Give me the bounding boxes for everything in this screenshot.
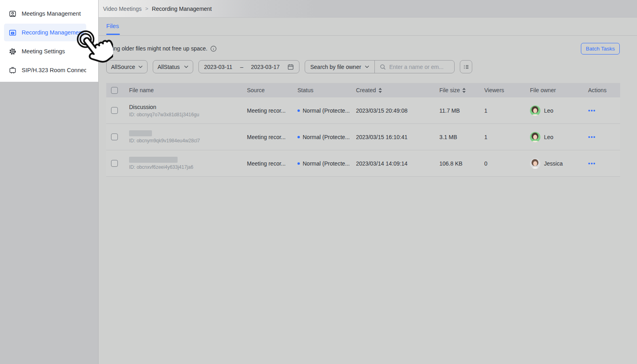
file-name[interactable]: Discussion: [129, 104, 247, 110]
select-all-checkbox[interactable]: [111, 87, 118, 94]
col-file-owner: File owner: [530, 87, 588, 93]
breadcrumb-parent[interactable]: Video Meetings: [103, 6, 142, 12]
calendar-icon: [287, 64, 294, 70]
bullet-list-icon: [463, 64, 469, 70]
status-text: Normal (Protecte...: [303, 134, 350, 140]
col-file-name: File name: [129, 87, 247, 93]
file-size: 106.8 KB: [439, 160, 484, 167]
date-range-start: 2023-03-11: [204, 64, 233, 70]
created-time: 2023/03/15 20:49:08: [356, 107, 439, 114]
sidebar-item-sip-room-connector[interactable]: SIP/H.323 Room Connec...: [4, 61, 86, 79]
chevron-down-icon: [138, 65, 143, 68]
recordings-table: File name Source Status Created File siz…: [106, 83, 620, 177]
status-filter-value: AllStatus: [158, 64, 180, 70]
file-size: 11.7 MB: [439, 107, 484, 114]
file-size: 3.1 MB: [439, 134, 484, 140]
col-created[interactable]: Created: [356, 87, 439, 93]
sidebar-item-label: Meetings Management: [22, 10, 81, 17]
owner-search-control: Search by file owner: [305, 60, 455, 73]
search-by-value: Search by file owner: [310, 64, 361, 70]
row-checkbox[interactable]: [111, 133, 118, 140]
col-viewers: Viewers: [484, 87, 530, 93]
col-actions: Actions: [588, 87, 620, 93]
status-filter-dropdown[interactable]: AllStatus: [153, 60, 193, 73]
retention-notice-text: ting older files might not free up space…: [111, 45, 207, 52]
table-row: Discussion ID: obcnyq7o7w3x81d81j3416gu …: [106, 97, 620, 124]
date-range-picker[interactable]: 2023-03-11 – 2023-03-17: [198, 60, 299, 73]
room-connector-icon: [9, 67, 16, 74]
info-icon[interactable]: [210, 46, 216, 52]
col-status: Status: [297, 87, 356, 93]
file-id: ID: obcnxvf6zeei4y633j417ja6: [129, 164, 247, 170]
search-by-dropdown[interactable]: Search by file owner: [305, 64, 374, 70]
tab-files-underline: [106, 34, 120, 35]
breadcrumb-current: Recording Management: [152, 6, 212, 12]
sidebar-menu-panel: Meetings Management Recording Management: [0, 0, 98, 82]
date-range-end: 2023-03-17: [251, 64, 280, 70]
filter-toolbar: AllSource AllStatus 2023-03-11 – 2023-03…: [106, 60, 472, 73]
retention-notice: ting older files might not free up space…: [111, 45, 216, 52]
redacted-file-name: [129, 157, 178, 163]
sort-icon[interactable]: [378, 88, 382, 93]
row-checkbox[interactable]: [111, 107, 118, 114]
owner-name: Leo: [544, 107, 553, 114]
row-checkbox[interactable]: [111, 160, 118, 167]
table-row: ID: obcnym9qk9v1984eu4w28cl7 Meeting rec…: [106, 124, 620, 150]
chevron-down-icon: [365, 65, 369, 68]
row-actions-button[interactable]: •••: [588, 134, 596, 140]
viewers-count: 0: [484, 160, 530, 167]
sort-icon[interactable]: [462, 88, 466, 93]
file-source: Meeting recor...: [247, 134, 297, 140]
table-header: File name Source Status Created File siz…: [106, 83, 620, 97]
sidebar: Meetings Management Recording Management: [0, 0, 99, 364]
avatar: [530, 105, 540, 116]
tab-files[interactable]: Files: [106, 22, 119, 29]
avatar: [530, 158, 540, 169]
viewers-count: 1: [484, 134, 530, 140]
recording-management-page: Meetings Management Recording Management: [0, 0, 637, 364]
created-time: 2023/03/14 14:09:14: [356, 160, 439, 167]
status-text: Normal (Protecte...: [303, 107, 350, 114]
owner-name: Leo: [544, 134, 553, 140]
search-input[interactable]: [389, 64, 449, 70]
row-actions-button[interactable]: •••: [588, 107, 596, 114]
avatar: [530, 132, 540, 142]
row-actions-button[interactable]: •••: [588, 160, 596, 167]
col-source: Source: [247, 87, 297, 93]
file-id: ID: obcnym9qk9v1984eu4w28cl7: [129, 138, 247, 144]
file-id: ID: obcnyq7o7w3x81d81j3416gu: [129, 112, 247, 117]
file-source: Meeting recor...: [247, 160, 297, 167]
owner-name: Jessica: [544, 160, 563, 167]
viewers-count: 1: [484, 107, 530, 114]
column-settings-button[interactable]: [460, 60, 472, 73]
breadcrumb: Video Meetings > Recording Management: [99, 0, 637, 18]
status-dot: [297, 109, 300, 112]
col-file-size[interactable]: File size: [439, 87, 484, 93]
date-range-separator: –: [240, 64, 243, 70]
source-filter-dropdown[interactable]: AllSource: [106, 60, 148, 73]
status-dot: [297, 162, 300, 165]
batch-tasks-button[interactable]: Batch Tasks: [581, 43, 620, 55]
meeting-settings-gear-icon: [9, 48, 16, 55]
sidebar-item-recording-management[interactable]: Recording Management: [4, 24, 86, 41]
redacted-file-name: [129, 130, 152, 136]
sidebar-item-label: Recording Management: [22, 29, 84, 36]
search-icon: [380, 64, 386, 70]
breadcrumb-separator: >: [145, 6, 148, 12]
status-dot: [297, 136, 300, 138]
table-row: ID: obcnxvf6zeei4y633j417ja6 Meeting rec…: [106, 150, 620, 177]
sidebar-item-meetings-management[interactable]: Meetings Management: [4, 5, 86, 22]
sidebar-item-label: Meeting Settings: [22, 48, 65, 55]
file-source: Meeting recor...: [247, 107, 297, 114]
meetings-management-icon: [9, 10, 16, 18]
chevron-down-icon: [184, 65, 188, 68]
created-time: 2023/03/15 16:10:41: [356, 134, 439, 140]
sidebar-item-meeting-settings[interactable]: Meeting Settings: [4, 42, 86, 60]
sidebar-item-label: SIP/H.323 Room Connec...: [22, 67, 86, 73]
status-text: Normal (Protecte...: [303, 160, 350, 167]
recording-management-icon: [9, 29, 16, 36]
source-filter-value: AllSource: [111, 64, 135, 70]
tab-divider: [99, 35, 637, 36]
search-input-wrap: [375, 64, 454, 70]
